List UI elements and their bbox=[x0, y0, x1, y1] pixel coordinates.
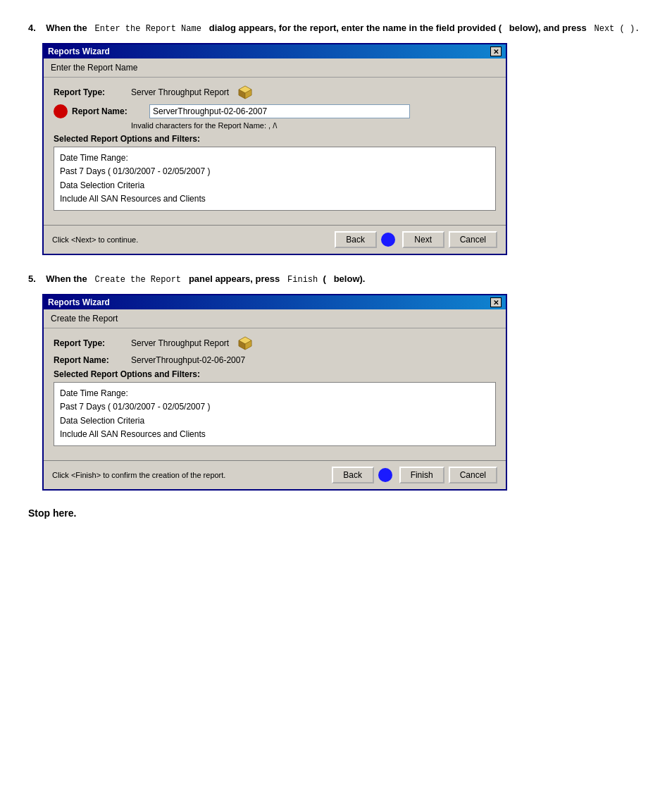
dialog2-report-name-value: ServerThroughput-02-06-2007 bbox=[131, 355, 245, 365]
dialog-1-footer: Click <Next> to continue. Back Next Canc… bbox=[44, 225, 506, 254]
dialog2-report-type-label: Report Type: bbox=[54, 338, 131, 348]
report-type-value: Server Throughput Report bbox=[131, 87, 229, 97]
step-5-text: 5. When the Create the Report panel appe… bbox=[28, 272, 644, 287]
options-line1: Date Time Range: bbox=[60, 152, 490, 165]
step-5-wrapper: 5. When the Create the Report panel appe… bbox=[28, 272, 644, 491]
red-annotation-dot-1 bbox=[54, 104, 68, 118]
dialog-1-title: Reports Wizard bbox=[48, 47, 110, 56]
options-line4: Include All SAN Resources and Clients bbox=[60, 192, 490, 206]
dialog-2-titlebar: Reports Wizard ✕ bbox=[44, 295, 506, 309]
dialog-1-titlebar: Reports Wizard ✕ bbox=[44, 44, 506, 58]
options-box-1: Date Time Range: Past 7 Days ( 01/30/200… bbox=[54, 147, 496, 211]
dialog-2-subtitle: Create the Report bbox=[44, 309, 506, 328]
step-5-code1: Create the Report bbox=[89, 275, 186, 285]
report-name-input[interactable] bbox=[149, 104, 410, 118]
dialog2-selected-options-label: Selected Report Options and Filters: bbox=[54, 369, 496, 379]
dialog2-options-line2: Past 7 Days ( 01/30/2007 - 02/05/2007 ) bbox=[60, 400, 490, 414]
cube-icon bbox=[237, 85, 253, 100]
step-5-when: When the bbox=[46, 273, 87, 284]
dialog-2: Reports Wizard ✕ Create the Report Repor… bbox=[42, 294, 507, 491]
options-line2: Past 7 Days ( 01/30/2007 - 02/05/2007 ) bbox=[60, 165, 490, 178]
report-type-row: Report Type: Server Throughput Report bbox=[54, 85, 496, 100]
dialog2-options-line3: Data Selection Criteria bbox=[60, 414, 490, 428]
dialog-1-close-button[interactable]: ✕ bbox=[490, 47, 502, 56]
dialog-2-finish-button[interactable]: Finish bbox=[399, 467, 444, 483]
blue-annotation-dot-2 bbox=[378, 468, 392, 482]
dialog-2-body: Report Type: Server Throughput Report Re… bbox=[44, 328, 506, 460]
dialog-1-footer-text: Click <Next> to continue. bbox=[52, 235, 335, 244]
dialog-2-back-button[interactable]: Back bbox=[332, 467, 374, 483]
dialog-2-title: Reports Wizard bbox=[48, 297, 110, 307]
dialog-2-footer-text: Click <Finish> to confirm the creation o… bbox=[52, 471, 332, 479]
step-4-code1: Enter the Report Name bbox=[89, 24, 206, 34]
options-line3: Data Selection Criteria bbox=[60, 179, 490, 192]
step-4-code2: Next ( ). bbox=[589, 24, 640, 34]
selected-options-label-1: Selected Report Options and Filters: bbox=[54, 134, 496, 144]
dialog-2-footer: Click <Finish> to confirm the creation o… bbox=[44, 460, 506, 489]
report-name-row: Report Name: bbox=[54, 104, 496, 118]
dialog-1-body: Report Type: Server Throughput Report Re… bbox=[44, 78, 506, 225]
step-5-below: ( below). bbox=[321, 273, 366, 284]
dialog-2-close-button[interactable]: ✕ bbox=[490, 297, 502, 307]
step-4-text: 4. When the Enter the Report Name dialog… bbox=[28, 21, 644, 36]
step-5-panel-text: panel appears, press bbox=[189, 273, 280, 284]
report-name-label: Report Name: bbox=[72, 106, 149, 116]
dialog-1: Reports Wizard ✕ Enter the Report Name R… bbox=[42, 43, 507, 255]
invalid-chars-text: Invalid characters for the Report Name: … bbox=[131, 121, 496, 130]
dialog-1-back-button[interactable]: Back bbox=[335, 231, 377, 248]
step-4-number: 4. bbox=[28, 23, 36, 33]
dialog-1-buttons: Back Next Cancel bbox=[335, 231, 497, 248]
dialog-1-next-button[interactable]: Next bbox=[402, 231, 444, 248]
dialog-1-subtitle: Enter the Report Name bbox=[44, 58, 506, 78]
dialog2-report-name-row: Report Name: ServerThroughput-02-06-2007 bbox=[54, 355, 496, 365]
dialog2-report-type-row: Report Type: Server Throughput Report bbox=[54, 335, 496, 351]
dialog2-cube-icon bbox=[237, 335, 253, 351]
step-5-code2: Finish bbox=[282, 275, 318, 285]
stop-text: Stop here. bbox=[28, 507, 644, 519]
step-5-number: 5. bbox=[28, 273, 36, 284]
dialog2-report-name-label: Report Name: bbox=[54, 355, 131, 365]
dialog-2-cancel-button[interactable]: Cancel bbox=[449, 467, 497, 483]
step-4-wrapper: 4. When the Enter the Report Name dialog… bbox=[28, 21, 644, 255]
dialog2-options-line1: Date Time Range: bbox=[60, 387, 490, 400]
step-4-when: When the bbox=[46, 23, 87, 33]
dialog2-options-line4: Include All SAN Resources and Clients bbox=[60, 428, 490, 441]
report-type-label: Report Type: bbox=[54, 87, 131, 97]
dialog2-report-type-value: Server Throughput Report bbox=[131, 338, 229, 348]
dialog-2-buttons: Back Finish Cancel bbox=[332, 467, 497, 483]
step-4-dialog-text: dialog appears, for the report, enter th… bbox=[209, 23, 587, 33]
options-box-2: Date Time Range: Past 7 Days ( 01/30/200… bbox=[54, 382, 496, 446]
blue-annotation-dot-1 bbox=[381, 233, 395, 247]
dialog-1-cancel-button[interactable]: Cancel bbox=[449, 231, 497, 248]
